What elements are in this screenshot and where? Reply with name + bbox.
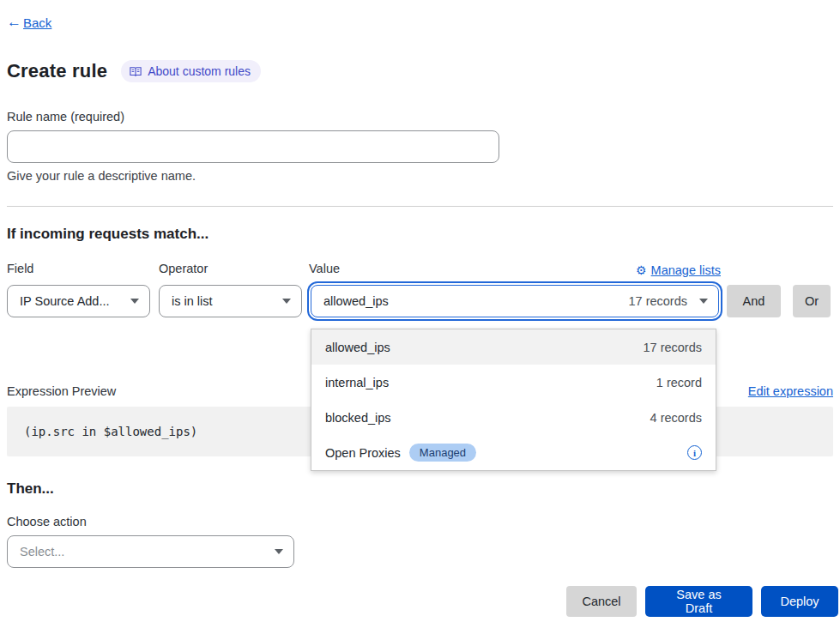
about-custom-rules-link[interactable]: About custom rules [121,60,261,82]
back-link[interactable]: ←Back [7,14,51,31]
book-icon [130,66,142,77]
field-column: Field IP Source Add... [7,262,150,317]
list-item-name: Open Proxies [325,446,401,460]
then-section-heading: Then... [7,480,833,498]
managed-badge: Managed [409,444,476,462]
value-label: Value [309,262,340,279]
page-title: Create rule [7,60,107,82]
value-dropdown-panel: allowed_ips 17 records internal_ips 1 re… [311,329,716,471]
title-row: Create rule About custom rules [7,60,833,82]
rule-name-input[interactable] [7,130,499,163]
save-as-draft-button[interactable]: Save as Draft [645,586,752,617]
choose-action-label: Choose action [7,515,833,528]
operator-column: Operator is in list [159,262,302,317]
info-icon[interactable]: i [687,445,702,460]
or-button[interactable]: Or [793,285,831,317]
manage-lists-label: Manage lists [651,263,721,277]
deploy-button[interactable]: Deploy [761,586,838,617]
list-item-records: 17 records [643,341,702,354]
action-select[interactable]: Select... [7,535,294,568]
list-item-records: 1 record [656,376,702,389]
section-divider [7,206,833,207]
back-arrow-icon: ← [7,14,21,31]
edit-expression-link[interactable]: Edit expression [748,384,833,398]
rule-name-label: Rule name (required) [7,110,833,124]
dropdown-item-internal-ips[interactable]: internal_ips 1 record [311,365,716,400]
operator-select[interactable]: is in list [159,285,302,317]
chevron-down-icon [282,299,291,304]
list-item-name: internal_ips [325,376,389,389]
value-column: Value ⚙ Manage lists allowed_ips 17 reco… [309,262,721,317]
dropdown-item-blocked-ips[interactable]: blocked_ips 4 records [311,400,716,435]
connector-buttons: And Or [727,262,831,317]
footer-actions: Cancel Save as Draft Deploy [566,586,838,617]
match-section-heading: If incoming requests match... [7,226,833,243]
manage-lists-link[interactable]: ⚙ Manage lists [636,263,721,277]
and-button[interactable]: And [727,285,781,317]
rule-name-section: Rule name (required) Give your rule a de… [7,110,833,183]
cancel-button[interactable]: Cancel [566,586,637,617]
expression-builder-row: Field IP Source Add... Operator is in li… [7,262,833,317]
field-select-value: IP Source Add... [20,294,110,308]
gear-icon: ⚙ [636,263,647,277]
expression-code: (ip.src in $allowed_ips) [24,425,197,438]
dropdown-item-open-proxies[interactable]: Open Proxies Managed i [311,435,716,470]
list-item-records: 4 records [650,411,702,425]
field-select[interactable]: IP Source Add... [7,285,150,317]
value-select-value: allowed_ips [323,294,389,308]
operator-select-value: is in list [172,294,213,308]
chevron-down-icon [699,299,708,304]
dropdown-item-allowed-ips[interactable]: allowed_ips 17 records [311,329,716,365]
operator-label: Operator [159,262,302,279]
expression-preview-label: Expression Preview [7,384,116,398]
chevron-down-icon [130,299,139,304]
field-label: Field [7,262,150,279]
rule-name-help-text: Give your rule a descriptive name. [7,169,833,183]
chevron-down-icon [275,549,283,554]
back-row: ←Back [7,14,833,31]
about-badge-label: About custom rules [148,64,251,78]
value-label-row: Value ⚙ Manage lists [309,262,721,279]
value-select-records-count: 17 records [628,294,687,308]
create-rule-page: ←Back Create rule About custom rules Rul… [0,0,840,568]
list-item-name: allowed_ips [325,341,390,354]
list-item-name: blocked_ips [325,411,391,425]
back-link-label: Back [23,15,51,30]
action-select-placeholder: Select... [20,545,64,559]
value-select[interactable]: allowed_ips 17 records [311,285,719,317]
